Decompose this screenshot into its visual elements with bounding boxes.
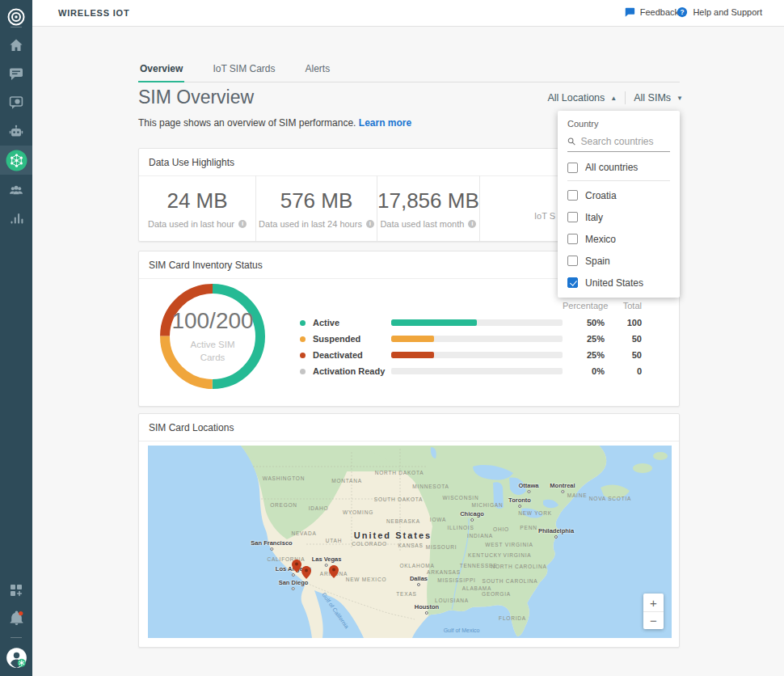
stat-value: 576 MB [280, 188, 353, 213]
zoom-in-button[interactable]: + [643, 594, 664, 611]
sidebar-item-explore-products[interactable] [0, 576, 32, 605]
locations-filter[interactable]: All Locations ▲ [547, 92, 617, 104]
bar-track [391, 319, 563, 326]
map-pin-icon[interactable] [329, 565, 339, 581]
bar-track [391, 336, 563, 342]
status-bar [391, 352, 563, 358]
locations-card: SIM Card Locations [138, 413, 680, 648]
info-icon[interactable] [468, 220, 476, 228]
country-option-label: Mexico [585, 234, 616, 245]
inventory-table-header: Percentage Total [300, 297, 642, 315]
sidebar-item-insights[interactable] [0, 204, 32, 233]
legend-dot [300, 320, 306, 326]
zoom-out-button[interactable]: − [643, 611, 664, 629]
status-total: 100 [605, 318, 642, 327]
data-use-stat: 17,856 MB Data used last month [377, 175, 480, 241]
sidebar-divider-top [11, 27, 22, 27]
sidebar-item-autopilot[interactable] [0, 117, 32, 146]
map[interactable]: WASHINGTONOREGONIDAHOMONTANANORTH DAKOTA… [148, 446, 672, 638]
home-icon [8, 37, 24, 53]
country-option[interactable]: United States [567, 272, 670, 294]
checkbox[interactable] [567, 277, 578, 288]
status-percentage: 25% [563, 334, 605, 344]
status-name: Suspended [313, 334, 360, 344]
sidebar-item-home[interactable] [0, 31, 32, 60]
bar-chart-icon [8, 210, 24, 226]
stat-value: 17,856 MB [377, 188, 479, 213]
info-icon[interactable] [366, 220, 374, 228]
info-icon[interactable] [238, 220, 247, 228]
donut-chart: 100/200 Active SIM Cards [159, 283, 266, 390]
status-bar [391, 336, 563, 342]
status-total: 50 [605, 350, 642, 360]
country-option[interactable]: Italy [567, 206, 670, 228]
tab[interactable]: Overview [138, 60, 184, 82]
tab[interactable]: IoT SIM Cards [211, 60, 276, 82]
locations-filter-label: All Locations [547, 92, 605, 104]
stat-label-text: Data used in last 24 hours [259, 219, 362, 229]
status-legend: Deactivated [300, 350, 391, 360]
checkbox[interactable] [567, 256, 578, 266]
country-dropdown-title: Country [567, 119, 670, 129]
stat-label: Data used last month [380, 219, 476, 229]
legend-dot [300, 369, 306, 374]
status-legend: Active [300, 318, 391, 327]
all-countries-option[interactable]: All countries [567, 157, 670, 178]
status-total: 0 [605, 366, 642, 376]
gear-badge-icon [17, 658, 25, 666]
status-name: Activation Ready [313, 366, 385, 376]
donut-center: 100/200 Active SIM Cards [171, 294, 255, 378]
map-pin-icon[interactable] [301, 566, 311, 582]
country-option[interactable]: Spain [567, 250, 670, 272]
status-total: 50 [605, 334, 642, 344]
dropdown-divider [567, 180, 670, 181]
country-option-label: Croatia [585, 190, 617, 201]
status-name: Active [313, 318, 339, 327]
sidebar-item-account[interactable] [0, 643, 32, 672]
donut-label: Active SIM Cards [178, 339, 247, 364]
checkbox[interactable] [567, 190, 578, 201]
map-pin-icon[interactable] [292, 560, 301, 576]
status-percentage: 25% [563, 350, 605, 360]
data-use-stat: 576 MB Data used in last 24 hours [256, 175, 377, 241]
status-name: Deactivated [313, 350, 363, 360]
status-percentage: 0% [563, 366, 605, 376]
status-bar [391, 368, 563, 374]
help-support-button[interactable]: ? Help and Support [677, 6, 762, 18]
stat-value: 24 MB [166, 188, 227, 213]
sidebar-item-chat[interactable] [0, 88, 32, 117]
avatar-icon [6, 647, 27, 669]
sidebar-item-wireless-iot[interactable] [0, 146, 32, 175]
stat-label: Data used in last hour [148, 219, 247, 229]
feedback-bubble-icon [624, 6, 635, 18]
sidebar [0, 0, 32, 676]
country-option[interactable]: Croatia [567, 184, 670, 206]
sims-filter[interactable]: All SIMs ▼ [634, 92, 683, 104]
bar-fill [391, 319, 477, 326]
bar-track [391, 368, 563, 374]
tabbar: OverviewIoT SIM CardsAlerts [138, 60, 680, 82]
tab[interactable]: Alerts [304, 60, 332, 82]
country-options: Croatia Italy Mexico Spain United States [567, 184, 670, 294]
feedback-button[interactable]: Feedback [624, 6, 679, 18]
sidebar-item-messaging[interactable] [0, 59, 32, 88]
bell-icon [8, 610, 25, 627]
locations-card-title: SIM Card Locations [139, 414, 679, 442]
percentage-column-header: Percentage [563, 301, 605, 311]
country-search-input[interactable] [580, 136, 670, 147]
checkbox[interactable] [567, 163, 578, 173]
country-dropdown-panel: Country All countries Croatia Italy Mexi… [558, 111, 680, 298]
checkbox[interactable] [567, 212, 578, 222]
status-legend: Activation Ready [300, 366, 391, 376]
feedback-label: Feedback [640, 7, 679, 17]
filters-row: All Locations ▲ All SIMs ▼ [138, 91, 683, 104]
inventory-row: Activation Ready 0% 0 [300, 363, 642, 379]
inventory-table: Percentage Total Active 50% 100 [300, 297, 642, 379]
country-option[interactable]: Mexico [567, 228, 670, 250]
page-subtitle: This page shows an overview of SIM perfo… [138, 117, 411, 129]
checkbox[interactable] [567, 234, 578, 244]
learn-more-link[interactable]: Learn more [359, 117, 411, 129]
sidebar-item-notifications[interactable] [0, 603, 32, 632]
logo-target-icon [6, 7, 26, 27]
sidebar-item-users[interactable] [0, 175, 32, 205]
